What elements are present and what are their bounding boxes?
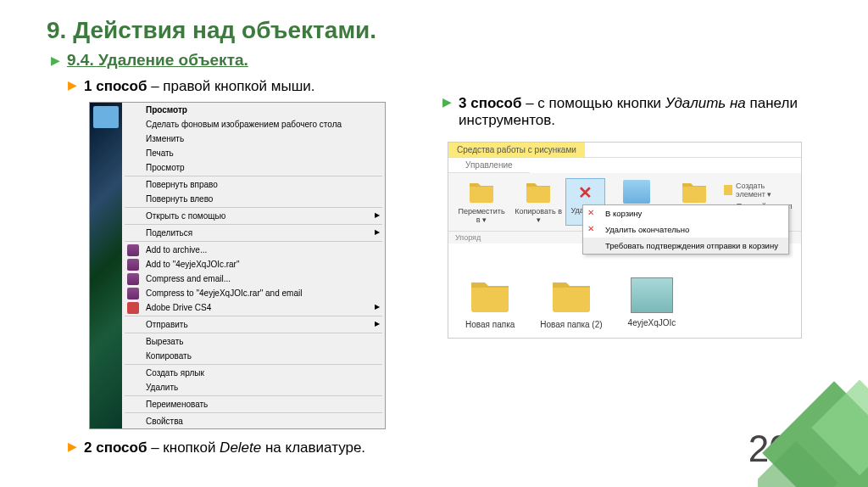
- submenu-arrow-icon: ▶: [375, 303, 380, 311]
- method-1: ▶ 1 способ – правой кнопкой мыши.: [68, 78, 426, 95]
- folder-item[interactable]: Новая папка: [465, 277, 515, 329]
- context-menu-item[interactable]: Отправить▶: [122, 317, 385, 332]
- method-3-text: 3 способ – с помощью кнопки Удалить на п…: [459, 95, 821, 129]
- context-menu-screenshot: ПросмотрСделать фоновым изображением раб…: [89, 102, 386, 429]
- delete-dropdown: ✕ В корзину ✕ Удалить окончательно Требо…: [582, 204, 789, 255]
- context-menu-item[interactable]: Открыть с помощью▶: [122, 209, 385, 223]
- context-menu-item[interactable]: Compress to "4eyjeXqJOIc.rar" and email: [122, 286, 385, 300]
- image-file-item[interactable]: 4eyjeXqJOIc: [628, 277, 676, 329]
- context-menu-item[interactable]: Свойства: [122, 414, 385, 428]
- context-menu-item[interactable]: Add to "4eyjeXqJOIc.rar": [122, 257, 385, 271]
- corner-decoration: [758, 377, 868, 487]
- desktop-file-icon: [93, 106, 119, 128]
- menu-separator: [125, 176, 382, 176]
- ribbon-copy-button[interactable]: Копировать в ▾: [511, 178, 565, 226]
- menu-separator: [125, 316, 382, 316]
- context-menu-item[interactable]: Add to archive...: [122, 243, 385, 257]
- folder-item[interactable]: Новая папка (2): [540, 277, 602, 329]
- ribbon-tab-header: Средства работы с рисунками: [448, 143, 585, 157]
- dropdown-delete-permanent[interactable]: ✕ Удалить окончательно: [583, 221, 788, 238]
- desktop-background: [90, 103, 122, 428]
- menu-separator: [125, 224, 382, 225]
- dropdown-to-trash[interactable]: ✕ В корзину: [583, 205, 788, 221]
- method-2-text: 2 способ – кнопкой Delete на клавиатуре.: [84, 439, 365, 456]
- adobe-icon: [127, 302, 139, 314]
- menu-separator: [125, 207, 382, 208]
- context-menu-item[interactable]: Повернуть вправо: [122, 177, 385, 192]
- winrar-icon: [127, 273, 139, 285]
- context-menu-item[interactable]: Удалить: [122, 380, 385, 395]
- bullet-icon: ▶: [68, 439, 77, 453]
- submenu-arrow-icon: ▶: [375, 320, 380, 327]
- ribbon-subtab: Управление: [448, 158, 530, 173]
- method-2: ▶ 2 способ – кнопкой Delete на клавиатур…: [68, 439, 426, 456]
- submenu-arrow-icon: ▶: [375, 211, 380, 219]
- bullet-icon: ▶: [68, 78, 77, 92]
- context-menu-item[interactable]: Поделиться▶: [122, 226, 385, 240]
- files-area: Новая папка Новая папка (2) 4eyjeXqJOIc: [448, 244, 801, 338]
- image-thumbnail: [631, 277, 673, 313]
- subtitle: 9.4. Удаление объекта.: [67, 51, 248, 70]
- bullet-icon: ▶: [51, 53, 60, 67]
- context-menu-item[interactable]: Compress and email...: [122, 271, 385, 286]
- ribbon-move-button[interactable]: Переместить в ▾: [452, 178, 511, 226]
- method-3: ▶ 3 способ – с помощью кнопки Удалить на…: [442, 95, 821, 129]
- context-menu-item[interactable]: Сделать фоновым изображением рабочего ст…: [122, 117, 385, 132]
- context-menu-item[interactable]: Создать ярлык: [122, 366, 385, 380]
- x-icon: ✕: [587, 208, 599, 220]
- context-menu-item[interactable]: Просмотр: [122, 103, 385, 117]
- winrar-icon: [127, 244, 139, 256]
- method-1-text: 1 способ – правой кнопкой мыши.: [84, 78, 315, 95]
- context-menu-item[interactable]: Adobe Drive CS4▶: [122, 300, 385, 315]
- context-menu-item[interactable]: Повернуть влево: [122, 192, 385, 206]
- ribbon-screenshot: Средства работы с рисунками Управление П…: [448, 142, 802, 339]
- context-menu-item[interactable]: Вырезать: [122, 334, 385, 349]
- context-menu-item[interactable]: Переименовать: [122, 397, 385, 411]
- x-icon: ✕: [587, 224, 599, 236]
- dropdown-confirm[interactable]: Требовать подтверждения отправки в корзи…: [583, 238, 788, 254]
- context-menu-item[interactable]: Печать: [122, 146, 385, 160]
- menu-separator: [125, 241, 382, 242]
- menu-separator: [125, 364, 382, 365]
- context-menu-item[interactable]: Изменить: [122, 132, 385, 146]
- menu-separator: [125, 412, 382, 413]
- ribbon-new-item[interactable]: Создать элемент ▾: [721, 180, 798, 200]
- new-item-icon: [724, 185, 732, 195]
- menu-separator: [125, 333, 382, 333]
- submenu-arrow-icon: ▶: [375, 228, 380, 236]
- delete-x-icon: ✕: [578, 182, 593, 203]
- winrar-icon: [127, 288, 139, 299]
- context-menu-item[interactable]: Просмотр: [122, 160, 385, 175]
- menu-separator: [125, 395, 382, 396]
- winrar-icon: [127, 259, 139, 271]
- bullet-icon: ▶: [442, 95, 452, 109]
- subtitle-row: ▶ 9.4. Удаление объекта.: [51, 51, 821, 70]
- slide-title: 9. Действия над объектами.: [47, 17, 821, 44]
- context-menu: ПросмотрСделать фоновым изображением раб…: [122, 103, 385, 428]
- context-menu-item[interactable]: Копировать: [122, 349, 385, 363]
